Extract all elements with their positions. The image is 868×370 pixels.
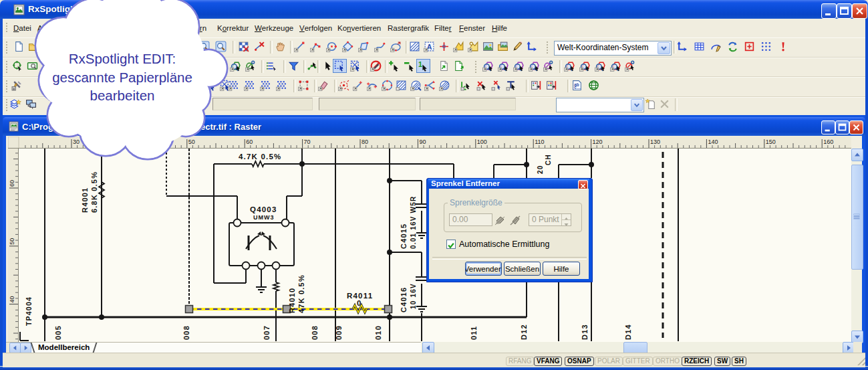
svg-text:UMW3: UMW3 (253, 214, 275, 221)
svg-text:70: 70 (304, 138, 311, 145)
svg-text:009: 009 (335, 325, 343, 340)
svg-text:60: 60 (9, 180, 15, 187)
svg-text:20: 20 (537, 165, 544, 174)
svg-text:TP4004: TP4004 (25, 296, 33, 326)
svg-text:80: 80 (361, 138, 368, 145)
svg-text:008: 008 (182, 325, 190, 340)
svg-text:011: 011 (470, 326, 478, 340)
svg-text:C4015: C4015 (400, 223, 408, 249)
svg-text:gescannte Papierpläne: gescannte Papierpläne (52, 70, 192, 85)
svg-text:150: 150 (766, 138, 776, 145)
svg-text:160: 160 (823, 138, 833, 145)
svg-text:100: 100 (477, 138, 487, 145)
svg-text:CH: CH (545, 154, 552, 165)
svg-text:bearbeiten: bearbeiten (90, 88, 155, 103)
svg-text:6.8K 0.5%: 6.8K 0.5% (90, 171, 98, 213)
svg-text:D12: D12 (520, 324, 528, 340)
svg-text:005: 005 (54, 325, 62, 340)
svg-text:RxSpotlight EDIT:: RxSpotlight EDIT: (69, 51, 176, 66)
svg-text:47K 0.5%: 47K 0.5% (297, 274, 305, 313)
svg-text:C4016: C4016 (400, 287, 408, 312)
svg-text:0.01 16V W5R: 0.01 16V W5R (410, 196, 417, 249)
svg-text:110: 110 (535, 138, 544, 145)
svg-text:010: 010 (374, 325, 382, 340)
svg-text:Q4003: Q4003 (250, 205, 277, 213)
svg-text:R4001: R4001 (81, 187, 89, 213)
svg-text:90: 90 (419, 138, 426, 145)
svg-text:D13: D13 (581, 324, 589, 340)
svg-text:008: 008 (311, 325, 319, 340)
svg-text:120: 120 (593, 138, 603, 145)
svg-text:140: 140 (708, 138, 718, 145)
svg-text:40: 40 (9, 296, 15, 303)
svg-text:50: 50 (9, 238, 15, 245)
svg-text:0: 0 (357, 299, 362, 307)
svg-text:R4010: R4010 (288, 288, 296, 313)
svg-text:D14: D14 (624, 324, 632, 340)
svg-text:130: 130 (650, 138, 660, 145)
svg-text:10 16V: 10 16V (410, 283, 417, 309)
svg-text:007: 007 (263, 325, 271, 340)
